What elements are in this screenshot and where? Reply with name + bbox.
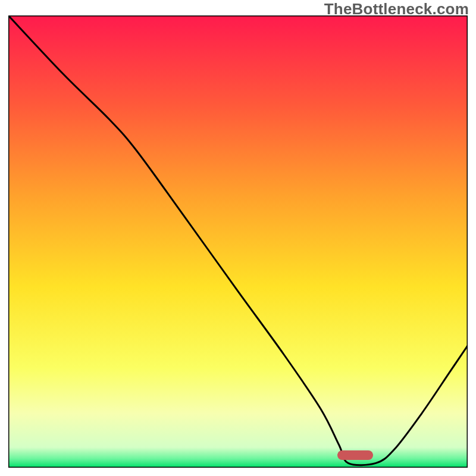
plot-area	[8, 15, 468, 468]
plot-svg	[8, 15, 468, 468]
gradient-background	[8, 15, 468, 468]
chart-frame: TheBottleneck.com	[0, 0, 476, 476]
optimal-marker	[337, 450, 373, 460]
